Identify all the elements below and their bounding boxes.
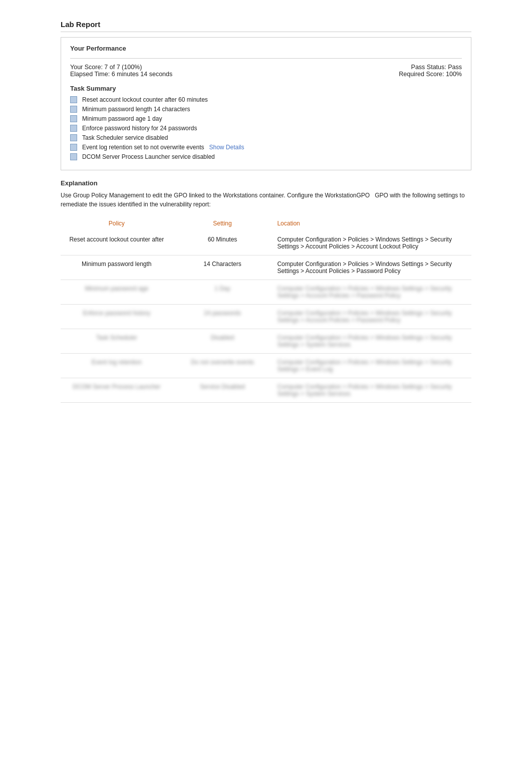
- table-cell-location: Computer Configuration > Policies > Wind…: [272, 329, 471, 354]
- table-cell-setting: 60 Minutes: [173, 231, 273, 255]
- page-title: Lab Report: [61, 20, 471, 32]
- table-cell-location: Computer Configuration > Policies > Wind…: [272, 378, 471, 403]
- col-setting: Setting: [173, 216, 273, 231]
- score-left: Your Score: 7 of 7 (100%) Elapsed Time: …: [70, 64, 172, 78]
- task-item: Task Scheduler service disabled: [70, 134, 462, 141]
- table-body: Reset account lockout counter after60 Mi…: [61, 231, 471, 403]
- task-label: Reset account lockout counter after 60 m…: [82, 96, 208, 103]
- table-cell-policy: Reset account lockout counter after: [61, 231, 173, 255]
- task-item: Event log retention set to not overwrite…: [70, 144, 462, 151]
- task-checkbox: [70, 106, 77, 113]
- table-cell-location: Computer Configuration > Policies > Wind…: [272, 305, 471, 329]
- table-cell-location: Computer Configuration > Policies > Wind…: [272, 255, 471, 280]
- table-cell-setting: 24 passwords: [173, 305, 273, 329]
- table-row: Minimum password length14 CharactersComp…: [61, 255, 471, 280]
- elapsed-label: Elapsed Time: 6 minutes 14 seconds: [70, 71, 172, 78]
- task-label: Enforce password history for 24 password…: [82, 125, 197, 132]
- table-row: Minimum password age1 DayComputer Config…: [61, 280, 471, 305]
- table-header: Policy Setting Location: [61, 216, 471, 231]
- task-checkbox: [70, 115, 77, 122]
- task-item: DCOM Server Process Launcher service dis…: [70, 153, 462, 160]
- explanation-heading: Explanation: [61, 179, 471, 187]
- table-cell-policy: Minimum password age: [61, 280, 173, 305]
- task-items-container: Reset account lockout counter after 60 m…: [70, 96, 462, 160]
- performance-heading: Your Performance: [70, 45, 462, 52]
- score-label: Your Score: 7 of 7 (100%): [70, 64, 172, 71]
- task-label: Task Scheduler service disabled: [82, 134, 168, 141]
- task-item: Minimum password age 1 day: [70, 115, 462, 122]
- task-label: DCOM Server Process Launcher service dis…: [82, 153, 215, 160]
- table-row: Reset account lockout counter after60 Mi…: [61, 231, 471, 255]
- table-cell-policy: DCOM Server Process Launcher: [61, 378, 173, 403]
- table-cell-setting: 1 Day: [173, 280, 273, 305]
- table-cell-policy: Minimum password length: [61, 255, 173, 280]
- table-cell-policy: Event log retention: [61, 354, 173, 378]
- table-cell-policy: Enforce password history: [61, 305, 173, 329]
- table-cell-setting: Do not overwrite events: [173, 354, 273, 378]
- table-cell-setting: 14 Characters: [173, 255, 273, 280]
- table-cell-location: Computer Configuration > Policies > Wind…: [272, 280, 471, 305]
- show-details-link[interactable]: Show Details: [209, 144, 244, 151]
- table-cell-location: Computer Configuration > Policies > Wind…: [272, 354, 471, 378]
- policy-table: Policy Setting Location Reset account lo…: [61, 216, 471, 403]
- performance-section: Your Performance Your Score: 7 of 7 (100…: [61, 37, 471, 170]
- score-right: Pass Status: Pass Required Score: 100%: [399, 64, 462, 78]
- divider: [70, 58, 462, 59]
- col-policy: Policy: [61, 216, 173, 231]
- table-cell-location: Computer Configuration > Policies > Wind…: [272, 231, 471, 255]
- task-label: Minimum password age 1 day: [82, 115, 162, 122]
- task-checkbox: [70, 96, 77, 103]
- task-checkbox: [70, 153, 77, 160]
- table-row: Task SchedulerDisabledComputer Configura…: [61, 329, 471, 354]
- task-checkbox: [70, 144, 77, 151]
- explanation-text: Use Group Policy Management to edit the …: [61, 191, 471, 209]
- score-row: Your Score: 7 of 7 (100%) Elapsed Time: …: [70, 64, 462, 78]
- task-item: Reset account lockout counter after 60 m…: [70, 96, 462, 103]
- task-item: Enforce password history for 24 password…: [70, 125, 462, 132]
- explanation-section: Explanation Use Group Policy Management …: [61, 179, 471, 403]
- task-checkbox: [70, 134, 77, 141]
- table-row: DCOM Server Process LauncherService Disa…: [61, 378, 471, 403]
- table-cell-policy: Task Scheduler: [61, 329, 173, 354]
- task-label: Minimum password length 14 characters: [82, 106, 190, 113]
- task-label: Event log retention set to not overwrite…: [82, 144, 204, 151]
- pass-status-label: Pass Status: Pass: [399, 64, 462, 71]
- table-cell-setting: Disabled: [173, 329, 273, 354]
- task-summary-section: Task Summary Reset account lockout count…: [70, 85, 462, 160]
- required-score-label: Required Score: 100%: [399, 71, 462, 78]
- task-checkbox: [70, 125, 77, 132]
- table-row: Enforce password history24 passwordsComp…: [61, 305, 471, 329]
- col-location: Location: [272, 216, 471, 231]
- table-row: Event log retentionDo not overwrite even…: [61, 354, 471, 378]
- table-header-row: Policy Setting Location: [61, 216, 471, 231]
- task-item: Minimum password length 14 characters: [70, 106, 462, 113]
- table-cell-setting: Service Disabled: [173, 378, 273, 403]
- task-summary-heading: Task Summary: [70, 85, 462, 92]
- page-container: Lab Report Your Performance Your Score: …: [61, 10, 471, 413]
